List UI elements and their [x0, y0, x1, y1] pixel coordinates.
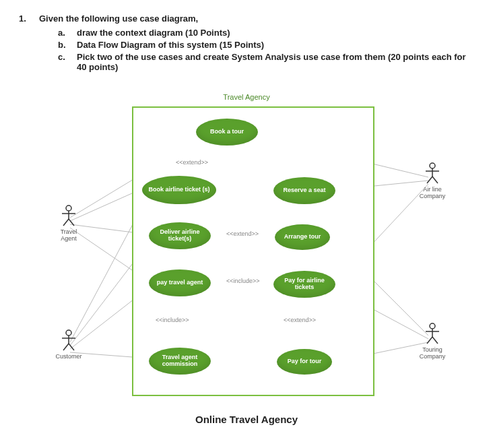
actor-travel-agent: Travel Agent	[53, 204, 85, 242]
sub-c: c. Pick two of the use cases and create …	[58, 52, 474, 72]
question-number: 1.	[19, 13, 30, 74]
stereo-include-2: <<include>>	[156, 317, 189, 323]
usecase-pay-travel-agent: pay travel agent	[149, 269, 211, 296]
diagram-caption: Online Travel Agency	[19, 414, 474, 425]
svg-line-23	[69, 219, 74, 226]
sub-a: a. draw the context diagram (10 Points)	[58, 28, 474, 38]
svg-point-34	[430, 323, 435, 329]
svg-line-37	[427, 337, 432, 344]
svg-point-29	[430, 163, 435, 168]
question-block: 1. Given the following use case diagram,…	[19, 13, 474, 74]
stereo-extend-3: <<extend>>	[284, 317, 316, 323]
usecase-book-ticket: Book airline ticket (s)	[142, 176, 216, 204]
stereo-extend-2: <<extend>>	[226, 230, 259, 237]
usecase-agent-commission: Travel agent commission	[149, 348, 211, 375]
svg-line-22	[63, 219, 69, 226]
svg-line-32	[427, 177, 432, 183]
svg-point-24	[66, 330, 71, 335]
svg-line-38	[432, 337, 438, 344]
usecase-pay-for-tour: Pay for tour	[277, 349, 332, 375]
svg-line-33	[432, 177, 438, 183]
usecase-reserve-seat: Reserve a seat	[273, 177, 335, 204]
stereo-include-1: <<include>>	[226, 278, 260, 284]
actor-customer: Customer	[53, 329, 85, 360]
usecase-deliver-ticket: Deliver airline ticket(s)	[149, 222, 211, 249]
usecase-arrange-tour: Arrange tour	[275, 224, 330, 250]
svg-point-19	[66, 205, 71, 211]
actor-airline-company: Air line Company	[416, 162, 449, 199]
actor-touring-company: Touring Company	[416, 322, 449, 360]
stereo-extend-1: <<extend>>	[176, 159, 208, 166]
usecase-pay-airline: Pay for airline tickets	[273, 271, 335, 298]
svg-line-27	[63, 344, 69, 350]
system-title: Travel Agency	[223, 93, 269, 101]
sub-b: b. Data Flow Diagram of this system (15 …	[58, 40, 474, 50]
person-icon	[423, 322, 442, 345]
question-intro: Given the following use case diagram,	[39, 13, 474, 24]
person-icon	[59, 329, 78, 352]
usecase-book-tour: Book a tour	[196, 119, 258, 146]
person-icon	[59, 204, 78, 227]
use-case-diagram: Travel Agency Book a tour Book airline t…	[24, 86, 469, 410]
svg-line-28	[69, 344, 74, 350]
person-icon	[423, 162, 442, 185]
